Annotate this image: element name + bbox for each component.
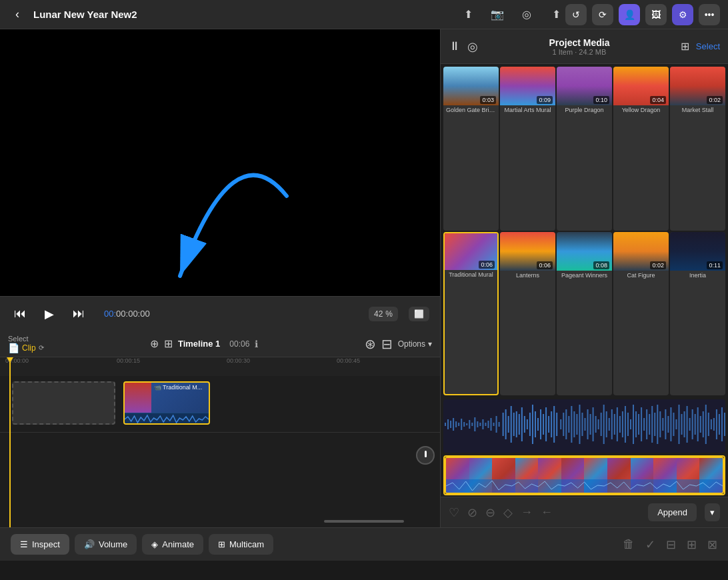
timeline-name: Timeline 1 — [178, 339, 220, 349]
traditional-mural-clip[interactable]: 📹 Traditional M... — [123, 381, 210, 425]
media-item-martial-arts[interactable]: 0:09 Martial Arts Mural — [500, 67, 555, 231]
loop-icon[interactable]: ⟳ — [592, 4, 613, 25]
upload-icon[interactable]: ⬆ — [547, 5, 565, 24]
export-icon[interactable]: ⬆ — [459, 5, 477, 24]
circle-menu-icon[interactable]: ◎ — [467, 39, 478, 54]
timeline-tool-2[interactable]: ⊞ — [164, 337, 173, 350]
options-button[interactable]: Options ▾ — [398, 339, 432, 349]
media-item-yellow-dragon[interactable]: 0:04 Yellow Dragon — [613, 67, 669, 231]
detach-icon[interactable]: ⊞ — [687, 537, 697, 552]
skip-forward-button[interactable]: ⏭ — [69, 305, 88, 323]
media-item-market-stall[interactable]: 0:02 Market Stall — [670, 67, 725, 231]
timeline-header: Select 📄 Clip ⟳ ⊕ ⊞ Timeline 1 00:06 ℹ — [0, 331, 440, 357]
name-market-stall: Market Stall — [670, 105, 725, 115]
svg-rect-91 — [689, 418, 691, 431]
media-waveform-area — [443, 399, 725, 453]
media-item-cat-figure[interactable]: 0:02 Cat Figure — [613, 232, 669, 396]
clip-info: 📹 Traditional M... — [151, 383, 209, 413]
media-item-golden-gate[interactable]: 0:03 Golden Gate Bridge — [443, 67, 499, 231]
skip-back-button[interactable]: ⏮ — [11, 305, 29, 323]
ruler-mark-15: 00:00:15 — [117, 357, 140, 364]
svg-rect-82 — [665, 409, 666, 439]
ruler-mark-30: 00:00:30 — [227, 357, 250, 364]
settings-icon[interactable]: ⚙ — [672, 4, 693, 25]
top-bar-right: ↺ ⟳ 👤 🖼 ⚙ ••• — [565, 4, 720, 25]
volume-knob[interactable] — [416, 446, 435, 465]
key-icon[interactable]: ◇ — [503, 505, 513, 520]
svg-rect-56 — [595, 416, 597, 433]
media-item-pageant[interactable]: 0:08 Pageant Winners — [557, 232, 612, 396]
trash-icon[interactable]: 🗑 — [623, 537, 635, 551]
photo-icon[interactable]: 🖼 — [645, 4, 667, 25]
media-item-lanterns[interactable]: 0:06 Lanterns — [500, 232, 555, 396]
svg-rect-1 — [445, 423, 446, 426]
svg-rect-72 — [638, 414, 639, 435]
svg-rect-2 — [447, 419, 449, 429]
no-icon[interactable]: ⊘ — [467, 505, 477, 520]
play-button[interactable]: ▶ — [40, 305, 59, 323]
skip-icon[interactable]: ⊖ — [485, 505, 495, 520]
split-icon[interactable]: ⊟ — [666, 537, 676, 552]
svg-rect-5 — [455, 421, 457, 427]
name-golden-gate: Golden Gate Bridge — [443, 105, 499, 115]
arrow-right-icon[interactable]: → — [521, 505, 533, 519]
arrow-left-icon[interactable]: ← — [541, 505, 553, 519]
svg-rect-34 — [535, 411, 536, 437]
svg-rect-17 — [487, 421, 489, 428]
timeline-tool-1[interactable]: ⊕ — [150, 337, 159, 350]
timeline-layout-icon[interactable]: ⊟ — [381, 336, 393, 352]
svg-rect-55 — [593, 407, 594, 441]
svg-rect-71 — [635, 411, 637, 437]
svg-rect-48 — [573, 411, 575, 437]
svg-rect-45 — [565, 409, 567, 439]
svg-rect-11 — [471, 423, 473, 426]
svg-rect-84 — [670, 407, 671, 441]
history-icon[interactable]: ↺ — [565, 4, 587, 25]
svg-rect-60 — [606, 411, 607, 437]
select-label: Select — [8, 335, 44, 343]
svg-rect-33 — [532, 405, 533, 444]
multicam-button[interactable]: ⊞ Multicam — [209, 534, 273, 555]
inspect-button[interactable]: ☰ Inspect — [11, 534, 69, 555]
timeline-tools: ⊕ ⊞ — [150, 337, 173, 350]
camera-icon[interactable]: 📷 — [488, 5, 507, 24]
check-icon[interactable]: ✓ — [645, 537, 655, 552]
svg-rect-51 — [581, 413, 583, 436]
duration-inertia: 0:11 — [707, 261, 723, 269]
append-dropdown-button[interactable]: ▾ — [705, 503, 720, 521]
timeline-info-icon[interactable]: ℹ — [255, 339, 258, 349]
zoom-control[interactable]: 42 % — [369, 307, 398, 321]
svg-rect-16 — [485, 423, 486, 426]
media-thumb-inertia: 0:11 — [670, 232, 725, 271]
pause-icon[interactable]: ⏸ — [449, 39, 461, 53]
media-icon[interactable]: 👤 — [619, 4, 640, 25]
svg-rect-69 — [630, 419, 631, 429]
name-purple-dragon: Purple Dragon — [557, 105, 612, 115]
grid-view-icon[interactable]: ⊞ — [681, 40, 689, 53]
append-button[interactable]: Append — [648, 503, 697, 521]
media-item-inertia[interactable]: 0:11 Inertia — [670, 232, 725, 396]
share-icon[interactable]: ◎ — [517, 5, 536, 24]
media-item-traditional-mural[interactable]: 0:06 Traditional Mural — [443, 232, 499, 396]
animate-button[interactable]: ◈ Animate — [142, 534, 203, 555]
inspect-icon: ☰ — [20, 539, 28, 549]
svg-rect-100 — [713, 418, 715, 431]
media-title: Project Media — [478, 37, 681, 48]
svg-rect-95 — [700, 416, 701, 433]
name-inertia: Inertia — [670, 271, 725, 280]
volume-button[interactable]: 🔊 Volume — [75, 534, 137, 555]
heart-icon[interactable]: ♡ — [449, 505, 459, 520]
playhead-marker — [9, 357, 11, 376]
expand-icon[interactable]: ⊠ — [707, 537, 717, 552]
svg-rect-75 — [646, 409, 647, 439]
empty-clip-placeholder[interactable] — [12, 381, 115, 425]
aspect-ratio-button[interactable]: ⬜ — [409, 307, 429, 321]
media-item-purple-dragon[interactable]: 0:10 Purple Dragon — [557, 67, 612, 231]
svg-rect-26 — [513, 413, 515, 436]
timeline-magnet-icon[interactable]: ⊛ — [365, 336, 376, 352]
media-thumb-cat-figure: 0:02 — [613, 232, 669, 271]
main-track-row: 📹 Traditional M... — [0, 376, 440, 433]
more-icon[interactable]: ••• — [699, 4, 720, 25]
media-select-button[interactable]: Select — [696, 41, 720, 51]
back-button[interactable]: ‹ — [8, 5, 27, 24]
